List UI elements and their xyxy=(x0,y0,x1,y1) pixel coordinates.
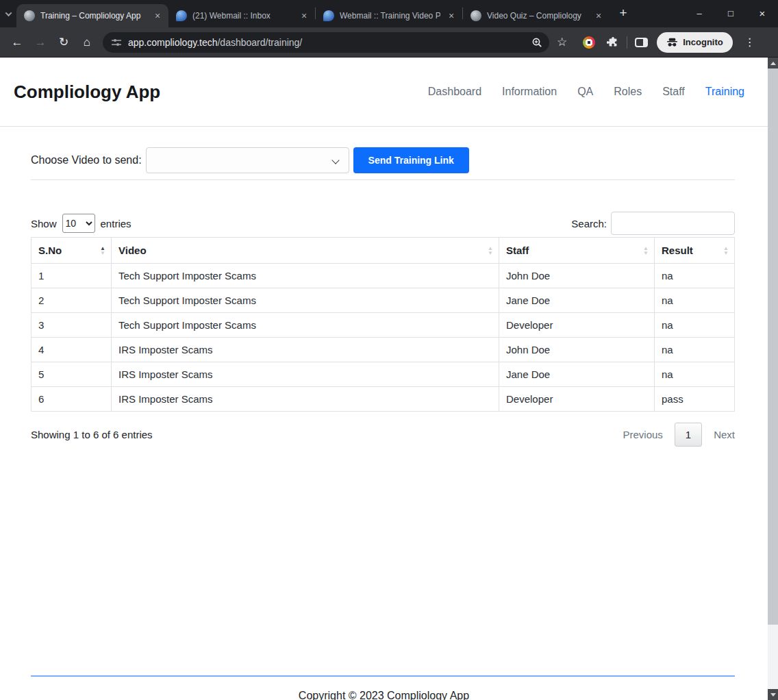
site-header: Compliology App Dashboard Information QA… xyxy=(0,58,768,127)
footer-divider xyxy=(31,675,735,677)
table-controls: Show 10 entries Search: xyxy=(31,212,735,235)
browser-toolbar: ← → ↻ ⌂ app.compliology.tech/dashboard/t… xyxy=(0,27,778,58)
table-row: 5 IRS Imposter Scams Jane Doe na xyxy=(32,362,735,387)
copyright-text: Copyright © 2023 Compliology App xyxy=(0,690,768,700)
table-row: 1 Tech Support Imposter Scams John Doe n… xyxy=(32,264,735,288)
chevron-down-icon xyxy=(5,10,12,16)
choose-video-label: Choose Video to send: xyxy=(31,154,142,166)
url-text: app.compliology.tech/dashboard/training/ xyxy=(128,37,525,48)
address-bar[interactable]: app.compliology.tech/dashboard/training/ xyxy=(103,32,549,53)
window-close-button[interactable]: × xyxy=(746,0,778,27)
search-label: Search: xyxy=(571,218,607,229)
url-domain: app.compliology.tech xyxy=(128,37,217,48)
reload-button[interactable]: ↻ xyxy=(52,31,75,54)
site-settings-icon[interactable] xyxy=(111,37,122,48)
sort-icon: ▲▼ xyxy=(100,246,105,255)
next-page-button[interactable]: Next xyxy=(714,429,735,440)
pagination: Previous 1 Next xyxy=(623,423,735,447)
browser-menu-icon[interactable]: ⋮ xyxy=(740,36,760,49)
maximize-button[interactable]: □ xyxy=(715,0,746,27)
header-staff[interactable]: Staff ▲▼ xyxy=(499,238,655,264)
tab-training-compliology[interactable]: Training – Compliology App × xyxy=(16,4,168,27)
entries-select[interactable]: 10 xyxy=(62,214,95,233)
new-tab-button[interactable]: + xyxy=(614,4,633,23)
show-label: Show xyxy=(31,218,57,229)
current-page-button[interactable]: 1 xyxy=(675,423,702,447)
nav-roles[interactable]: Roles xyxy=(614,86,642,98)
table-row: 3 Tech Support Imposter Scams Developer … xyxy=(32,313,735,338)
compliology-favicon xyxy=(470,10,481,21)
entries-label: entries xyxy=(101,218,131,229)
page-scrollbar[interactable] xyxy=(768,58,778,700)
search-control: Search: xyxy=(571,212,735,235)
tab-webmail-inbox[interactable]: (21) Webmail :: Inbox × xyxy=(168,4,315,27)
window-controls: – □ × xyxy=(683,0,778,27)
scrollbar-thumb[interactable] xyxy=(768,68,778,625)
nav-dashboard[interactable]: Dashboard xyxy=(428,86,481,98)
sort-icon: ▲▼ xyxy=(723,246,729,255)
training-results-table: S.No ▲▼ Video ▲▼ Staff ▲▼ Result xyxy=(31,237,735,412)
site-nav: Dashboard Information QA Roles Staff Tra… xyxy=(428,86,744,98)
tab-title: Webmail :: Training Video P xyxy=(340,11,440,21)
tab-webmail-training-video[interactable]: Webmail :: Training Video P × xyxy=(316,4,462,27)
nav-qa[interactable]: QA xyxy=(577,86,593,98)
toolbar-divider xyxy=(627,36,627,49)
site-brand[interactable]: Compliology App xyxy=(14,82,160,103)
table-row: 4 IRS Imposter Scams John Doe na xyxy=(32,338,735,362)
table-info: Showing 1 to 6 of 6 entries xyxy=(31,429,153,440)
scroll-down-button[interactable] xyxy=(768,689,778,700)
nav-information[interactable]: Information xyxy=(502,86,557,98)
tab-close-icon[interactable]: × xyxy=(593,10,604,21)
video-select[interactable] xyxy=(146,147,349,173)
extensions-puzzle-icon[interactable] xyxy=(607,36,619,49)
header-video[interactable]: Video ▲▼ xyxy=(112,238,499,264)
previous-page-button[interactable]: Previous xyxy=(623,429,662,440)
send-training-form: Choose Video to send: Send Training Link xyxy=(0,127,768,179)
nav-training[interactable]: Training xyxy=(705,86,744,98)
table-row: 6 IRS Imposter Scams Developer pass xyxy=(32,387,735,412)
tab-strip: Training – Compliology App × (21) Webmai… xyxy=(0,0,778,27)
send-training-link-button[interactable]: Send Training Link xyxy=(353,147,469,173)
home-button[interactable]: ⌂ xyxy=(75,31,99,54)
tab-close-icon[interactable]: × xyxy=(152,10,163,21)
minimize-button[interactable]: – xyxy=(683,0,715,27)
tab-close-icon[interactable]: × xyxy=(299,10,310,21)
scroll-up-button[interactable] xyxy=(768,58,778,68)
tab-video-quiz[interactable]: Video Quiz – Compliology × xyxy=(463,4,610,27)
zoom-icon[interactable] xyxy=(531,37,542,48)
incognito-label: Incognito xyxy=(683,37,723,47)
compliology-favicon xyxy=(24,10,35,21)
incognito-badge[interactable]: Incognito xyxy=(657,32,733,53)
forward-button[interactable]: → xyxy=(29,31,52,54)
table-row: 2 Tech Support Imposter Scams Jane Doe n… xyxy=(32,288,735,313)
header-sno[interactable]: S.No ▲▼ xyxy=(32,238,112,264)
sort-icon: ▲▼ xyxy=(643,246,649,255)
tab-search-button[interactable] xyxy=(0,2,16,25)
chevron-down-icon xyxy=(331,156,339,164)
browser-window: Training – Compliology App × (21) Webmai… xyxy=(0,0,778,700)
url-path: /dashboard/training/ xyxy=(217,37,302,48)
nav-staff[interactable]: Staff xyxy=(662,86,685,98)
table-footer: Showing 1 to 6 of 6 entries Previous 1 N… xyxy=(31,423,735,447)
web-page: Compliology App Dashboard Information QA… xyxy=(0,58,768,700)
roundcube-favicon xyxy=(323,10,334,21)
page-length-control: Show 10 entries xyxy=(31,214,131,233)
training-table-wrap: S.No ▲▼ Video ▲▼ Staff ▲▼ Result xyxy=(31,237,735,412)
extension-icon[interactable] xyxy=(583,36,595,49)
tab-close-icon[interactable]: × xyxy=(446,10,457,21)
divider xyxy=(31,179,735,180)
arrow-up-icon xyxy=(770,62,776,65)
side-panel-icon[interactable] xyxy=(635,38,648,47)
sort-icon: ▲▼ xyxy=(488,246,493,255)
tab-title: Video Quiz – Compliology xyxy=(487,11,588,21)
tab-title: Training – Compliology App xyxy=(40,11,147,21)
tab-title: (21) Webmail :: Inbox xyxy=(192,11,293,21)
header-result[interactable]: Result ▲▼ xyxy=(655,238,735,264)
back-button[interactable]: ← xyxy=(5,31,29,54)
incognito-icon xyxy=(666,38,678,47)
arrow-down-icon xyxy=(770,693,776,697)
page-footer: Copyright © 2023 Compliology App xyxy=(0,675,768,700)
bookmark-star-icon[interactable]: ☆ xyxy=(557,35,567,49)
roundcube-favicon xyxy=(176,10,187,21)
search-input[interactable] xyxy=(611,212,735,235)
